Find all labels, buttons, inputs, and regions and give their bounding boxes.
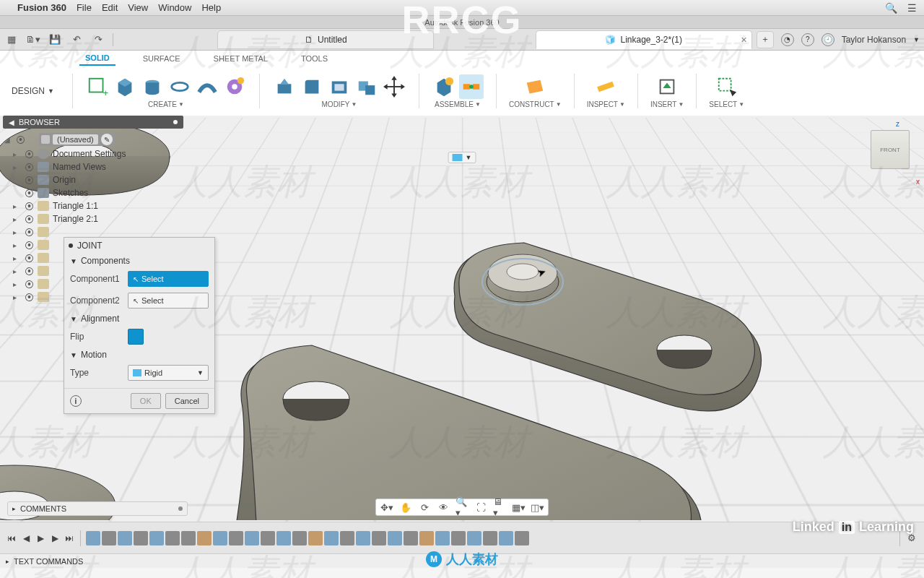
data-panel-icon[interactable]: ▦ [4, 33, 19, 47]
visibility-icon[interactable] [24, 227, 34, 237]
cancel-button[interactable]: Cancel [165, 393, 209, 409]
timeline-feature[interactable] [483, 531, 497, 545]
visibility-icon[interactable] [24, 149, 34, 159]
timeline-end-icon[interactable]: ⏭ [64, 532, 75, 544]
visibility-icon[interactable] [24, 214, 34, 224]
visibility-icon[interactable] [24, 175, 34, 185]
component1-select-button[interactable]: ↖Select [128, 271, 209, 287]
menu-edit[interactable]: Edit [102, 2, 118, 13]
timeline-feature[interactable] [356, 531, 370, 545]
menu-icon[interactable]: ☰ [907, 2, 917, 14]
grid-settings-icon[interactable]: ▦▾ [512, 501, 525, 513]
presspull-icon[interactable] [272, 74, 297, 99]
sketch-icon[interactable]: + [85, 74, 110, 99]
motion-type-dropdown[interactable]: Rigid ▼ [128, 365, 209, 381]
viewport[interactable]: ▼ ➤ FRONT z x ◀ BROWSER ◢ (Unsaved) ✎ ▸D… [0, 116, 924, 522]
visibility-icon[interactable] [24, 240, 34, 250]
orbit-free-icon[interactable]: ⟳ [418, 501, 431, 513]
visibility-icon[interactable] [24, 279, 34, 289]
doc-tab-linkage[interactable]: 🧊 Linkage_3-2*(1) ✕ [536, 30, 752, 49]
timeline-feature[interactable] [261, 531, 275, 545]
comments-panel-header[interactable]: ▸COMMENTS [7, 501, 188, 516]
close-tab-icon[interactable]: ✕ [741, 35, 747, 45]
ribbon-tab-solid[interactable]: SOLID [79, 51, 116, 66]
section-alignment[interactable]: ▼Alignment [64, 311, 214, 326]
new-component-icon[interactable] [432, 74, 456, 99]
timeline-feature[interactable] [118, 531, 132, 545]
extensions-icon[interactable]: ◔ [781, 33, 794, 46]
menu-window[interactable]: Window [158, 2, 191, 13]
menu-file[interactable]: File [77, 2, 92, 13]
timeline-feature[interactable] [165, 531, 180, 545]
viewport-layout-icon[interactable]: ◫▾ [531, 501, 544, 513]
menu-view[interactable]: View [128, 2, 148, 13]
doc-tab-untitled[interactable]: 🗋 Untitled [217, 30, 434, 49]
timeline-feature[interactable] [149, 531, 164, 545]
pan-icon[interactable]: ✋ [399, 501, 412, 513]
select-icon[interactable] [715, 74, 739, 99]
visibility-icon[interactable] [24, 201, 34, 211]
zoom-icon[interactable]: 🔍▾ [456, 501, 468, 513]
timeline-feature[interactable] [435, 531, 450, 545]
viewport-mini-toolbar[interactable]: ▼ [448, 152, 476, 163]
combine-icon[interactable] [354, 74, 379, 99]
joint-icon[interactable] [459, 74, 484, 99]
timeline-fwd-icon[interactable]: ▶ [49, 532, 61, 544]
group-inspect-label[interactable]: INSPECT ▼ [587, 100, 625, 108]
hole-icon[interactable] [222, 74, 247, 99]
ribbon-tab-tools[interactable]: TOOLS [295, 52, 334, 65]
browser-header[interactable]: ◀ BROWSER [3, 116, 183, 129]
new-tab-button[interactable]: ＋ [757, 31, 774, 48]
group-insert-label[interactable]: INSERT ▼ [650, 100, 684, 108]
timeline-feature[interactable] [181, 531, 196, 545]
section-motion[interactable]: ▼Motion [64, 348, 214, 362]
sweep-icon[interactable] [195, 74, 219, 99]
timeline-feature[interactable] [134, 531, 148, 545]
viewcube[interactable]: FRONT [871, 130, 910, 169]
browser-item[interactable]: ▸Triangle 2:1 [3, 212, 183, 225]
dropdown-icon[interactable]: ▼ [466, 154, 472, 161]
timeline-feature[interactable] [340, 531, 354, 545]
timeline-feature[interactable] [213, 531, 227, 545]
revolve-icon[interactable] [167, 74, 192, 99]
browser-item[interactable]: ▸Document Settings [3, 147, 183, 160]
timeline-start-icon[interactable]: ⏮ [6, 532, 17, 544]
timeline-feature[interactable] [292, 531, 307, 545]
browser-item[interactable]: ▸Named Views [3, 160, 183, 173]
visibility-icon[interactable] [15, 134, 25, 144]
ok-button[interactable]: OK [131, 393, 161, 409]
ribbon-tab-surface[interactable]: SURFACE [137, 52, 186, 65]
timeline-feature[interactable] [372, 531, 386, 545]
insert-icon[interactable] [655, 74, 679, 99]
visibility-icon[interactable] [24, 162, 34, 172]
box-icon[interactable] [113, 74, 137, 99]
group-select-label[interactable]: SELECT ▼ [709, 100, 744, 108]
fit-icon[interactable]: ⛶ [474, 501, 487, 513]
timeline-feature[interactable] [404, 531, 418, 545]
group-create-label[interactable]: CREATE ▼ [148, 100, 184, 108]
save-icon[interactable]: 💾 [48, 33, 62, 47]
workspace-switcher[interactable]: DESIGN▼ [6, 83, 60, 99]
timeline-feature[interactable] [324, 531, 339, 545]
user-name[interactable]: Taylor Hokanson [842, 35, 906, 45]
redo-icon[interactable]: ↷ [91, 33, 105, 47]
timeline-play-icon[interactable]: ▶ [35, 532, 46, 544]
user-dropdown-icon[interactable]: ▼ [913, 36, 920, 43]
notifications-icon[interactable]: 🕘 [821, 33, 834, 46]
timeline-feature[interactable] [308, 531, 323, 545]
visibility-icon[interactable] [24, 292, 34, 302]
browser-item[interactable]: Sketches [3, 186, 183, 199]
search-icon[interactable]: 🔍 [885, 2, 897, 14]
timeline-feature[interactable] [245, 531, 259, 545]
flip-button[interactable] [128, 329, 144, 345]
menu-help[interactable]: Help [201, 2, 221, 13]
visibility-icon[interactable] [24, 266, 34, 276]
orbit-icon[interactable]: ✥▾ [380, 501, 393, 513]
timeline-feature[interactable] [451, 531, 466, 545]
info-icon[interactable]: i [70, 395, 82, 407]
browser-root[interactable]: (Unsaved) ✎ [39, 133, 115, 146]
group-modify-label[interactable]: MODIFY ▼ [322, 100, 357, 108]
component2-select-button[interactable]: ↖Select [128, 293, 209, 309]
timeline-feature[interactable] [499, 531, 513, 545]
fillet-icon[interactable] [300, 74, 324, 99]
